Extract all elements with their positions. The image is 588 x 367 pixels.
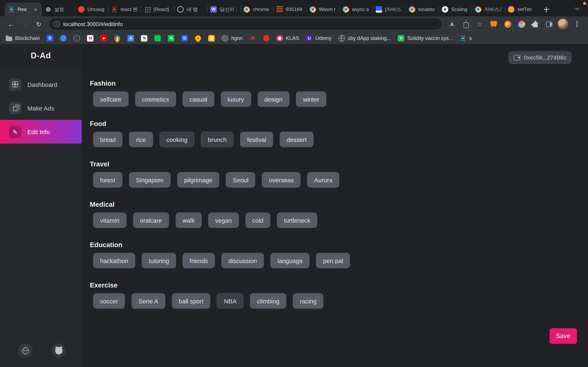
bookmark-d-yellow[interactable] [208, 35, 215, 42]
tag-climbing[interactable]: climbing [250, 293, 286, 309]
sidebar-item-dashboard[interactable]: Dashboard [0, 73, 82, 96]
new-tab-button[interactable] [540, 3, 553, 16]
bookmark-translate[interactable] [128, 35, 134, 42]
tab-chrome[interactable]: chrome [240, 2, 273, 16]
profile-button[interactable] [557, 18, 569, 30]
bookmark-blockchain[interactable]: Blockchain [6, 35, 40, 41]
tag-aurura[interactable]: Aurura [307, 172, 339, 188]
translate-button[interactable] [446, 18, 458, 30]
tag-cooking[interactable]: cooking [159, 132, 194, 147]
tag-design[interactable]: design [258, 91, 289, 107]
bookmark-sby-dapp-staking[interactable]: sby dApp staking... [338, 35, 391, 42]
bookmark-star-button[interactable] [474, 18, 486, 30]
tag-discussion[interactable]: discussion [222, 253, 264, 268]
bookmark-maps-pin[interactable] [114, 35, 121, 42]
extension-colorful-button[interactable] [515, 18, 527, 30]
tag-oralcare[interactable]: oralcare [133, 212, 169, 228]
tag-friends[interactable]: friends [183, 253, 215, 268]
tab-item[interactable]: 당신이 모 [207, 2, 240, 16]
extension-p-button[interactable] [502, 18, 514, 30]
bookmark-gmail[interactable] [87, 35, 94, 42]
tag-festival[interactable]: festival [240, 132, 273, 147]
tab-async-a[interactable]: async a [339, 2, 372, 16]
tag-soccer[interactable]: soccer [93, 293, 125, 309]
tag-casual[interactable]: casual [182, 91, 214, 107]
tag-turtleneck[interactable]: turtleneck [277, 212, 317, 228]
bookmark-line-green[interactable] [155, 35, 161, 42]
tag-cold[interactable]: cold [245, 212, 270, 228]
tab-item[interactable]: 자바스크 [472, 2, 505, 16]
tab-935169[interactable]: 935169 [273, 2, 306, 16]
tag-serie-a[interactable]: Serie A [131, 293, 165, 309]
reload-button[interactable] [33, 18, 45, 30]
tag-rice[interactable]: rice [129, 132, 153, 147]
tag-pilgrimage[interactable]: pilgrimage [177, 172, 219, 188]
share-button[interactable] [460, 18, 472, 30]
bookmark-d-blue[interactable] [182, 35, 188, 42]
tab-search-button[interactable] [571, 2, 583, 15]
metamask-extension-button[interactable] [488, 18, 500, 30]
tag-language[interactable]: language [270, 253, 310, 268]
bookmark-hgnn[interactable]: hgnn [222, 35, 243, 42]
tab-wasm-r[interactable]: Wasm r [306, 2, 339, 16]
tab-close-icon[interactable] [33, 7, 38, 12]
tab-item[interactable]: 새 탭 [174, 2, 207, 16]
tag-cosmetics[interactable]: cosmetics [135, 91, 176, 107]
tag-winter[interactable]: winter [296, 91, 326, 107]
forward-button[interactable] [19, 18, 31, 30]
tag-dessert[interactable]: dessert [280, 132, 314, 147]
bookmark-naver[interactable] [168, 35, 174, 42]
github-link-button[interactable] [52, 343, 66, 358]
extensions-menu-button[interactable] [529, 18, 541, 30]
tab-rea[interactable]: Rea [5, 2, 42, 16]
github-icon [55, 347, 62, 354]
tag-brunch[interactable]: brunch [201, 132, 234, 147]
tab-localsto[interactable]: localsto [406, 2, 439, 16]
tag-vegan[interactable]: vegan [208, 212, 239, 228]
bookmark-klas[interactable]: KLAS [277, 35, 299, 42]
tag-selfcare[interactable]: selfcare [93, 91, 129, 107]
back-button[interactable] [5, 18, 17, 30]
tag-tutoring[interactable]: tutoring [142, 253, 176, 268]
website-link-button[interactable] [18, 343, 33, 358]
bookmark-udemy[interactable]: Udemy [306, 35, 331, 42]
bookmark-dark-circle[interactable] [74, 35, 80, 42]
bookmark-r-red[interactable] [250, 35, 256, 42]
tag-racing[interactable]: racing [293, 293, 324, 309]
tag-bread[interactable]: bread [93, 132, 123, 147]
tag-walk[interactable]: walk [175, 212, 201, 228]
tag-overseas[interactable]: overseas [262, 172, 301, 188]
bookmark-red-dot[interactable] [263, 35, 270, 42]
bookmark-d-blue[interactable] [47, 35, 53, 42]
tab-uncaug[interactable]: Uncaug [75, 2, 108, 16]
tag-ball-sport[interactable]: ball sport [172, 293, 210, 309]
tab-react[interactable]: react 렌 [108, 2, 141, 16]
bookmark-pin-yellow[interactable] [195, 35, 201, 42]
tag-luxury[interactable]: luxury [221, 91, 251, 107]
tag-hackathon[interactable]: hackathon [93, 253, 135, 268]
sidebar-item-edit-info[interactable]: Edit Info [0, 120, 82, 143]
tab-item[interactable]: [자바스크 [372, 2, 406, 16]
tab-item[interactable]: 설정 [42, 2, 75, 16]
bookmark-youtube[interactable] [101, 35, 107, 42]
site-info-icon[interactable] [54, 21, 60, 27]
tag-forest[interactable]: forest [93, 172, 122, 188]
tag-pen-pal[interactable]: pen pal [316, 253, 350, 268]
bookmark-solidity-vaccin-sys[interactable]: Solidity vaccin sys... [398, 35, 453, 42]
tag-vitamin[interactable]: vitamin [93, 212, 126, 228]
wallet-address-button[interactable]: 0xec56...274B6c [508, 51, 572, 64]
tab-scaling[interactable]: Scaling [439, 2, 472, 16]
bookmark-s[interactable]: s [460, 35, 472, 42]
browser-menu-button[interactable] [571, 18, 583, 30]
bookmark-blue-blob[interactable] [60, 35, 67, 42]
tab-settim[interactable]: setTim [505, 2, 538, 16]
save-button[interactable]: Save [549, 328, 577, 344]
tab-react[interactable]: [React] [141, 2, 174, 16]
bookmark-notion[interactable] [141, 35, 148, 42]
side-panel-button[interactable] [543, 18, 555, 30]
sidebar-item-make-ads[interactable]: Make Ads [0, 96, 82, 120]
address-bar[interactable]: localhost:3000/#/editinfo [49, 18, 442, 30]
tag-singapore[interactable]: Singapore [129, 172, 171, 188]
tag-nba[interactable]: NBA [217, 293, 243, 309]
tag-seoul[interactable]: Seoul [226, 172, 255, 188]
